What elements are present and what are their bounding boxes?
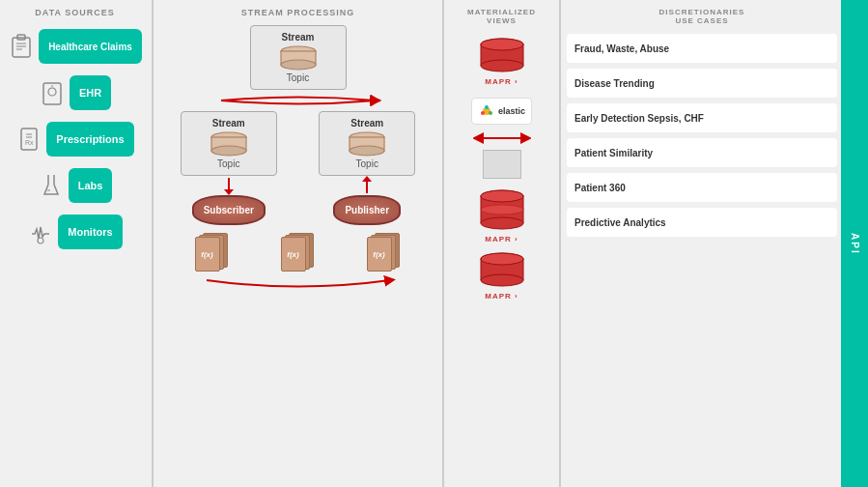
materialized-views-section: MATERIALIZEDVIEWS MAPR › elastic <box>446 0 557 487</box>
svg-marker-28 <box>362 176 372 182</box>
svg-point-26 <box>350 146 384 156</box>
svg-point-38 <box>489 111 492 115</box>
divider-1 <box>152 0 154 487</box>
ehr-icon <box>39 79 66 106</box>
elastic-icon <box>478 102 495 120</box>
list-item: EHR <box>39 75 111 110</box>
svg-point-53 <box>481 253 523 265</box>
placeholder-box <box>483 150 521 179</box>
svg-point-37 <box>485 105 489 109</box>
list-item: Healthcare Claims <box>8 29 142 64</box>
top-arrows-icon <box>182 92 414 109</box>
bottom-curve-arrow-icon <box>187 275 409 295</box>
prescriptions-box[interactable]: Prescriptions <box>46 122 133 157</box>
monitors-box[interactable]: Monitors <box>58 215 122 249</box>
right-stream-box: Stream Topic <box>319 111 415 176</box>
diagram-container: DATA SOURCES Healthcare Claims EHR Rx Pr… <box>0 0 868 487</box>
mapr-label-3: MAPR › <box>485 292 518 301</box>
svg-point-47 <box>481 190 523 202</box>
stream-processing-header: STREAM PROCESSING <box>238 0 359 23</box>
data-sources-header: DATA SOURCES <box>31 0 118 23</box>
left-stream-topic: Topic <box>217 158 239 169</box>
api-bar: API <box>841 0 868 487</box>
list-item: f(x) <box>367 233 402 273</box>
prescriptions-icon: Rx <box>15 126 42 153</box>
mapr-db-icon-3 <box>478 251 526 292</box>
use-case-disease: Disease Trending <box>567 69 837 98</box>
left-stream-box: Stream Topic <box>181 111 277 176</box>
publisher-node: Publisher <box>333 195 401 225</box>
bidirectional-arrow <box>450 132 553 144</box>
monitors-icon <box>27 218 54 245</box>
left-stream-label: Stream <box>212 118 245 129</box>
svg-point-52 <box>481 274 523 286</box>
svg-point-45 <box>481 217 523 229</box>
top-stream-topic: Topic <box>287 72 309 83</box>
clipboard-icon <box>8 33 35 60</box>
right-stream-topic: Topic <box>356 158 378 169</box>
mapr-label-2: MAPR › <box>485 235 518 244</box>
svg-rect-0 <box>13 38 30 57</box>
left-cylinder-icon <box>210 131 248 157</box>
svg-point-21 <box>211 146 246 156</box>
use-case-predictive: Predictive Analytics <box>567 208 837 237</box>
divider-2 <box>442 0 444 487</box>
svg-point-39 <box>481 111 485 115</box>
svg-point-33 <box>481 60 523 72</box>
divider-3 <box>559 0 561 487</box>
healthcare-claims-box[interactable]: Healthcare Claims <box>39 29 142 64</box>
right-cylinder-icon <box>348 131 386 157</box>
up-arrow-right-icon <box>357 176 377 195</box>
right-stream-label: Stream <box>350 118 383 129</box>
labs-box[interactable]: Labs <box>69 168 113 203</box>
use-case-fraud: Fraud, Waste, Abuse <box>567 34 837 63</box>
use-case-similarity: Patient Similarity <box>567 138 837 167</box>
subscriber-node: Subscriber <box>192 195 266 225</box>
list-item: f(x) f(x) <box>195 233 230 273</box>
mapr-db-icon-2 <box>478 188 526 235</box>
list-item: f(x) <box>281 233 316 273</box>
ehr-box[interactable]: EHR <box>70 75 111 110</box>
elastic-box: elastic <box>471 98 532 125</box>
stream-processing-section: STREAM PROCESSING Stream Topic <box>155 0 440 487</box>
mapr-db-icon-1 <box>478 37 526 77</box>
svg-point-46 <box>481 205 523 215</box>
data-sources-section: DATA SOURCES Healthcare Claims EHR Rx Pr… <box>0 0 150 487</box>
top-stream-box: Stream Topic <box>250 25 347 90</box>
labs-icon <box>38 172 65 199</box>
bidirectional-arrow-icon <box>473 132 531 144</box>
use-cases-section: DISCRETIONARIESUSE CASES Fraud, Waste, A… <box>563 0 868 487</box>
top-stream-label: Stream <box>282 32 315 43</box>
use-case-360: Patient 360 <box>567 173 837 202</box>
use-cases-list: DISCRETIONARIESUSE CASES Fraud, Waste, A… <box>563 0 841 487</box>
elastic-label: elastic <box>498 106 525 116</box>
use-cases-header: DISCRETIONARIESUSE CASES <box>567 0 837 31</box>
svg-point-6 <box>48 88 56 96</box>
list-item: Labs <box>38 168 113 203</box>
svg-point-15 <box>38 238 43 244</box>
mapr-db-1: MAPR › <box>478 37 526 86</box>
mapr-db-3: MAPR › <box>478 251 526 301</box>
materialized-views-header: MATERIALIZEDVIEWS <box>463 0 540 31</box>
mapr-label-1: MAPR › <box>485 77 518 86</box>
mapr-db-2: MAPR › <box>478 188 526 244</box>
use-case-detection: Early Detection Sepsis, CHF <box>567 103 837 132</box>
svg-text:Rx: Rx <box>25 139 34 146</box>
list-item: Rx Prescriptions <box>15 122 133 157</box>
top-cylinder-icon <box>279 45 318 71</box>
svg-point-18 <box>281 60 316 70</box>
down-arrow-left-icon <box>219 176 238 195</box>
list-item: Monitors <box>27 215 122 249</box>
svg-point-34 <box>481 39 523 50</box>
